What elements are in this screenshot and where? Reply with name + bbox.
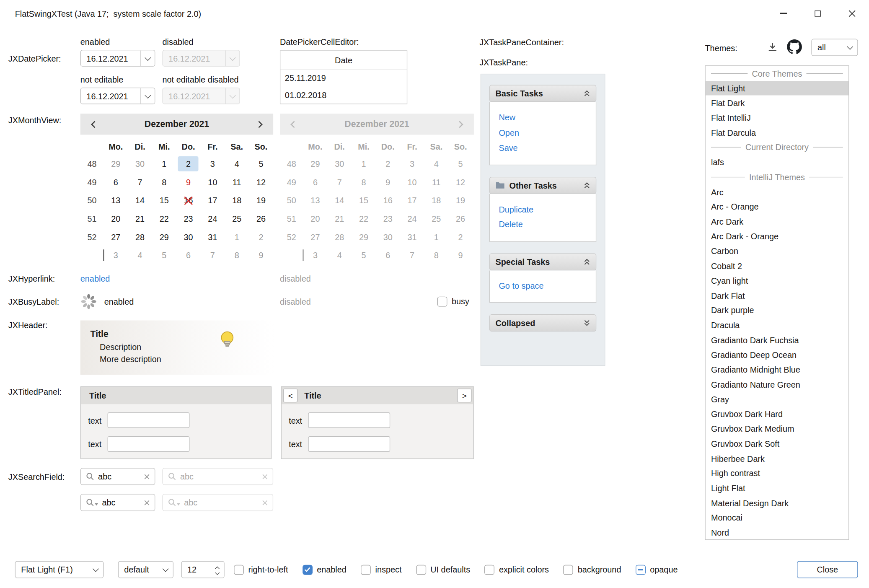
minimize-button[interactable] (766, 0, 800, 26)
taskpane-header-collapsed[interactable]: Collapsed (489, 314, 596, 332)
theme-item-flat-dark[interactable]: Flat Dark (706, 96, 848, 110)
day-cell[interactable]: 30 (128, 155, 152, 173)
checkbox-box[interactable] (303, 565, 313, 575)
table-row[interactable]: 25.11.2019 (280, 69, 407, 86)
checkbox-box[interactable] (416, 565, 426, 575)
task-link-duplicate[interactable]: Duplicate (499, 202, 587, 217)
theme-item-gradianto-nature-green[interactable]: Gradianto Nature Green (706, 377, 848, 392)
collapse-icon[interactable] (584, 90, 590, 97)
checkbox-box[interactable] (563, 565, 573, 575)
task-link-go-to-space[interactable]: Go to space (499, 278, 587, 293)
hyperlink-enabled[interactable]: enabled (80, 274, 110, 283)
table-row[interactable]: 01.02.2018 (280, 86, 407, 104)
text-input[interactable] (108, 436, 190, 452)
search-value[interactable]: abc (102, 498, 140, 507)
spinner-arrows[interactable] (211, 562, 224, 578)
day-cell[interactable]: 9 (176, 173, 201, 192)
collapse-icon[interactable] (584, 258, 590, 265)
day-cell[interactable]: 14 (128, 191, 152, 210)
day-cell[interactable]: 5 (249, 155, 273, 173)
checkbox-box[interactable] (437, 296, 447, 306)
taskpane-header-special-tasks[interactable]: Special Tasks (489, 253, 596, 270)
day-cell[interactable]: 29 (103, 155, 128, 173)
theme-item-dracula[interactable]: Dracula (706, 318, 848, 332)
chevron-down-icon[interactable] (158, 562, 173, 578)
theme-item-gradianto-midnight-blue[interactable]: Gradianto Midnight Blue (706, 362, 848, 377)
theme-item-light-flat[interactable]: Light Flat (706, 481, 848, 495)
day-cell[interactable]: 20 (103, 210, 128, 228)
day-cell[interactable]: 6 (176, 246, 201, 264)
github-icon[interactable] (787, 39, 802, 56)
download-icon[interactable] (766, 41, 778, 55)
day-cell[interactable]: 4 (225, 155, 249, 173)
theme-item-cobalt-2[interactable]: Cobalt 2 (706, 259, 848, 273)
day-cell[interactable]: 17 (200, 191, 225, 210)
checkbox-inspect[interactable]: inspect (361, 561, 401, 578)
day-cell[interactable]: 27 (103, 228, 128, 246)
theme-item-hiberbee-dark[interactable]: Hiberbee Dark (706, 451, 848, 466)
theme-item-material-design-dark[interactable]: Material Design Dark (706, 495, 848, 510)
day-cell[interactable]: 3 (200, 155, 225, 173)
checkbox-opaque[interactable]: opaque (636, 561, 678, 578)
theme-item-flat-light[interactable]: Flat Light (706, 81, 848, 96)
chevron-down-icon[interactable] (140, 88, 155, 104)
day-cell[interactable]: 22 (152, 210, 176, 228)
task-link-open[interactable]: Open (499, 125, 587, 140)
text-input[interactable] (108, 412, 190, 428)
task-link-delete[interactable]: Delete (499, 217, 587, 232)
next-month-button[interactable] (254, 119, 264, 129)
titledpanel-left-button[interactable]: < (283, 389, 297, 402)
collapse-icon[interactable] (584, 181, 590, 189)
theme-item-gray[interactable]: Gray (706, 392, 848, 407)
task-link-new[interactable]: New (499, 110, 587, 125)
theme-item-arc-dark-orange[interactable]: Arc Dark - Orange (706, 229, 848, 243)
checkbox-box[interactable] (484, 565, 494, 575)
themes-list[interactable]: Core ThemesFlat LightFlat DarkFlat Intel… (705, 65, 849, 540)
close-window-button[interactable] (835, 0, 869, 26)
theme-item-flat-darcula[interactable]: Flat Darcula (706, 125, 848, 140)
datepicker-table[interactable]: Date 25.11.2019 01.02.2018 (280, 50, 407, 104)
day-cell[interactable]: 13 (103, 191, 128, 210)
checkbox-box[interactable] (361, 565, 371, 575)
day-cell[interactable]: 18 (225, 191, 249, 210)
checkbox-box[interactable] (234, 565, 244, 575)
checkbox-enabled[interactable]: enabled (303, 561, 347, 578)
day-cell[interactable]: 30 (176, 228, 201, 246)
day-cell[interactable]: 31 (200, 228, 225, 246)
day-cell[interactable]: 11 (225, 173, 249, 192)
taskpane-header-basic-tasks[interactable]: Basic Tasks (489, 85, 596, 102)
theme-item-lafs[interactable]: lafs (706, 155, 848, 169)
day-cell[interactable]: 1 (152, 155, 176, 173)
searchfield-enabled[interactable]: abc (80, 468, 155, 485)
theme-item-monocai[interactable]: Monocai (706, 510, 848, 525)
titlebar[interactable]: FlatSwingXTest (Java 17; system scale fa… (0, 0, 869, 26)
search-value[interactable]: abc (98, 472, 140, 481)
theme-item-arc-orange[interactable]: Arc - Orange (706, 199, 848, 214)
table-header-date[interactable]: Date (280, 51, 407, 70)
clear-icon[interactable] (144, 474, 150, 479)
day-cell[interactable]: 21 (128, 210, 152, 228)
day-cell[interactable]: 6 (103, 173, 128, 192)
theme-item-dark-flat[interactable]: Dark Flat (706, 288, 848, 303)
theme-item-gruvbox-dark-hard[interactable]: Gruvbox Dark Hard (706, 407, 848, 421)
titledpanel-right-button[interactable]: > (457, 389, 471, 402)
theme-item-gradianto-dark-fuchsia[interactable]: Gradianto Dark Fuchsia (706, 333, 848, 347)
previous-month-button[interactable] (89, 119, 99, 129)
maximize-button[interactable] (800, 0, 835, 26)
day-cell[interactable]: 5 (152, 246, 176, 264)
checkbox-right-to-left[interactable]: right-to-left (234, 561, 288, 578)
day-cell[interactable]: 7 (128, 173, 152, 192)
style-combo[interactable]: default (118, 561, 173, 578)
datepicker-not-editable[interactable]: 16.12.2021 (80, 88, 155, 104)
theme-item-gradianto-deep-ocean[interactable]: Gradianto Deep Ocean (706, 347, 848, 362)
checkbox-box[interactable] (636, 565, 646, 575)
day-cell[interactable]: 16 (176, 191, 201, 210)
monthview-enabled[interactable]: Dezember 2021 Mo.Di.Mi.Do.Fr.Sa.So.48293… (80, 114, 273, 264)
day-cell[interactable]: 15 (152, 191, 176, 210)
day-cell[interactable]: 28 (128, 228, 152, 246)
checkbox-ui-defaults[interactable]: UI defaults (416, 561, 470, 578)
day-cell[interactable]: 8 (225, 246, 249, 264)
theme-item-gruvbox-dark-soft[interactable]: Gruvbox Dark Soft (706, 436, 848, 451)
day-cell[interactable]: 19 (249, 191, 273, 210)
theme-item-nord[interactable]: Nord (706, 525, 848, 540)
